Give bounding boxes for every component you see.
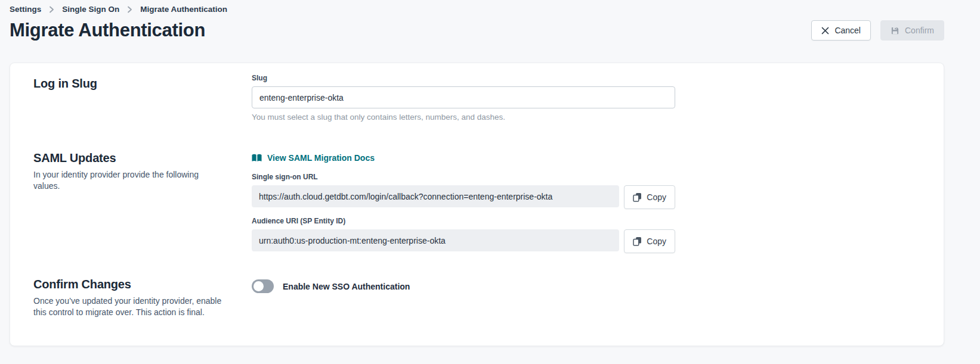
enable-sso-toggle-label: Enable New SSO Authentication [283,282,410,291]
copy-sso-url-button[interactable]: Copy [624,185,675,209]
saml-updates-left: SAML Updates In your identity provider p… [33,151,252,253]
login-slug-heading: Log in Slug [33,77,252,91]
saml-updates-section: SAML Updates In your identity provider p… [33,151,920,253]
enable-sso-toggle[interactable] [252,279,274,293]
chevron-right-icon [49,6,54,13]
confirm-button-label: Confirm [905,26,934,35]
copy-button-label: Copy [647,192,666,202]
confirm-changes-section: Confirm Changes Once you’ve updated your… [33,278,920,318]
login-slug-form: Slug You must select a slug that only co… [252,74,675,122]
enable-sso-toggle-row: Enable New SSO Authentication [252,279,675,293]
audience-uri-row: Copy [252,229,675,253]
header-actions: Cancel Confirm [811,20,944,41]
breadcrumb-single-sign-on[interactable]: Single Sign On [62,5,119,14]
confirm-button[interactable]: Confirm [880,20,944,41]
login-slug-section: Log in Slug Slug You must select a slug … [33,74,920,122]
docs-link-label: View SAML Migration Docs [267,153,375,163]
confirm-changes-left: Confirm Changes Once you’ve updated your… [33,278,252,318]
migrate-authentication-page: { "breadcrumb": { "items": ["Settings", … [0,0,980,364]
confirm-changes-form: Enable New SSO Authentication [252,278,675,318]
cancel-button-label: Cancel [834,26,861,35]
breadcrumb-migrate-authentication: Migrate Authentication [140,5,227,14]
sso-url-field [252,185,619,207]
saml-updates-heading: SAML Updates [33,151,252,165]
breadcrumb-settings[interactable]: Settings [10,5,41,14]
copy-icon [633,192,642,202]
login-slug-left: Log in Slug [33,74,252,122]
save-icon [891,26,899,35]
view-saml-migration-docs-link[interactable]: View SAML Migration Docs [252,153,375,163]
sso-url-label: Single sign-on URL [252,173,675,181]
confirm-changes-heading: Confirm Changes [33,278,252,291]
cancel-button[interactable]: Cancel [811,20,871,41]
audience-uri-label: Audience URI (SP Entity ID) [252,217,675,225]
slug-helper-text: You must select a slug that only contain… [252,113,675,122]
confirm-changes-description: Once you’ve updated your identity provid… [33,295,225,318]
saml-updates-form: View SAML Migration Docs Single sign-on … [252,151,675,253]
page-title: Migrate Authentication [10,20,205,41]
slug-input[interactable] [252,86,675,108]
slug-label: Slug [252,74,675,82]
settings-card: Log in Slug Slug You must select a slug … [10,63,944,346]
toggle-knob [253,281,264,291]
copy-audience-uri-button[interactable]: Copy [624,229,675,253]
x-icon [821,27,829,35]
audience-uri-field [252,229,619,251]
page-header: Migrate Authentication Cancel Confirm [10,20,944,41]
breadcrumb: Settings Single Sign On Migrate Authenti… [0,0,980,14]
copy-button-label: Copy [647,237,666,246]
sso-url-row: Copy [252,185,675,209]
saml-updates-description: In your identity provider provide the fo… [33,169,225,192]
copy-icon [633,237,642,246]
chevron-right-icon [127,6,132,13]
book-icon [252,154,262,162]
